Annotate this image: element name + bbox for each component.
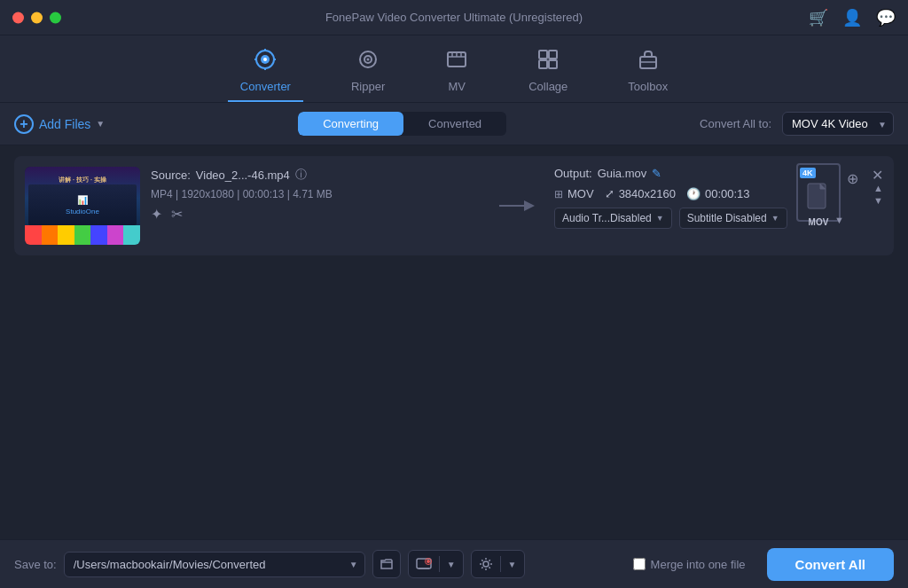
toolbox-icon bbox=[637, 48, 660, 76]
plus-icon: + bbox=[14, 114, 34, 134]
cart-icon[interactable]: 🛒 bbox=[809, 8, 828, 27]
file-meta: MP4 | 1920x1080 | 00:00:13 | 4.71 MB bbox=[151, 188, 480, 200]
bottom-bar: Save to: /Users/macbookair/Movies/Conver… bbox=[0, 539, 908, 588]
nav-down-icon[interactable]: ▼ bbox=[873, 195, 883, 206]
edit-output-icon[interactable]: ✎ bbox=[652, 167, 661, 180]
nav-label-mv: MV bbox=[448, 80, 466, 93]
maximize-button[interactable] bbox=[50, 12, 61, 23]
audio-track-dropdown[interactable]: Audio Tr...Disabled bbox=[554, 208, 672, 229]
nav-label-toolbox: Toolbox bbox=[628, 80, 668, 93]
convert-arrow bbox=[490, 167, 544, 245]
svg-point-2 bbox=[263, 58, 267, 61]
subtitle-dropdown[interactable]: Subtitle Disabled bbox=[679, 208, 787, 229]
nav-item-mv[interactable]: MV bbox=[433, 43, 481, 102]
mv-icon bbox=[445, 48, 468, 76]
output-filename: Guia.mov bbox=[598, 167, 647, 180]
resolution-value: 3840x2160 bbox=[619, 187, 676, 200]
source-label: Source: bbox=[151, 169, 191, 182]
format-select[interactable]: MOV 4K Video bbox=[782, 112, 894, 136]
traffic-lights bbox=[12, 12, 61, 23]
tab-converted[interactable]: Converted bbox=[403, 112, 506, 136]
ripper-icon bbox=[356, 48, 380, 76]
path-select[interactable]: /Users/macbookair/Movies/Converted bbox=[64, 552, 365, 577]
svg-rect-10 bbox=[549, 60, 557, 68]
svg-rect-7 bbox=[539, 51, 547, 59]
nav-label-ripper: Ripper bbox=[351, 80, 385, 93]
svg-point-16 bbox=[427, 560, 430, 563]
output-label: Output: bbox=[554, 167, 592, 180]
subtitle-label: Subtitle Disabled bbox=[687, 212, 767, 224]
trim-icon[interactable]: ✂ bbox=[171, 206, 183, 223]
screen-record-button-group: ▼ bbox=[408, 550, 464, 578]
output-nav: ▲ ▼ bbox=[873, 183, 883, 206]
add-output-icon[interactable]: ⊕ bbox=[847, 170, 858, 189]
nav-label-collage: Collage bbox=[528, 80, 568, 93]
tab-group: Converting Converted bbox=[298, 112, 506, 136]
output-format-label: MOV bbox=[568, 187, 594, 200]
audio-track-label: Audio Tr...Disabled bbox=[562, 212, 652, 224]
mov-file-icon bbox=[806, 182, 831, 216]
header-icons: 🛒 👤 💬 bbox=[809, 8, 896, 27]
minimize-button[interactable] bbox=[31, 12, 43, 23]
app-title: FonePaw Video Converter Ultimate (Unregi… bbox=[325, 11, 583, 24]
title-bar: FonePaw Video Converter Ultimate (Unregi… bbox=[0, 0, 908, 35]
thumbnail-text: 讲解 · 技巧 · 实操 bbox=[25, 176, 140, 184]
merge-checkbox[interactable] bbox=[633, 558, 646, 570]
nav-bar: Converter Ripper MV bbox=[0, 35, 908, 103]
user-icon[interactable]: 👤 bbox=[842, 8, 862, 27]
file-thumbnail: 讲解 · 技巧 · 实操 📊 StudioOne bbox=[25, 167, 140, 245]
enhance-icon[interactable]: ✦ bbox=[151, 206, 162, 223]
format-thumb-label: MOV bbox=[809, 217, 829, 227]
file-info: Source: Video_2...-46.mp4 ⓘ MP4 | 1920x1… bbox=[151, 167, 480, 245]
save-to-label: Save to: bbox=[14, 558, 57, 571]
collage-icon bbox=[536, 48, 560, 76]
format-thumbnail[interactable]: 4K MOV bbox=[796, 163, 841, 222]
add-files-button[interactable]: + Add Files ▼ bbox=[14, 114, 105, 134]
screen-record-dropdown-icon[interactable]: ▼ bbox=[440, 551, 463, 577]
merge-label: Merge into one file bbox=[651, 558, 746, 571]
converter-icon bbox=[254, 48, 277, 76]
open-folder-button[interactable] bbox=[372, 550, 401, 578]
svg-marker-13 bbox=[524, 200, 535, 211]
output-duration: 🕐 00:00:13 bbox=[686, 187, 750, 200]
close-file-button[interactable]: ✕ bbox=[872, 167, 883, 184]
settings-icon[interactable] bbox=[472, 551, 500, 577]
nav-label-converter: Converter bbox=[240, 80, 291, 93]
info-icon[interactable]: ⓘ bbox=[295, 167, 307, 183]
screen-record-icon[interactable] bbox=[409, 551, 439, 577]
format-select-wrapper: MOV 4K Video bbox=[782, 112, 894, 136]
settings-button-group: ▼ bbox=[471, 550, 525, 578]
resize-icon: ⤢ bbox=[605, 187, 614, 200]
convert-all-button[interactable]: Convert All bbox=[767, 548, 894, 581]
chat-icon[interactable]: 💬 bbox=[876, 8, 896, 27]
svg-rect-9 bbox=[539, 60, 547, 68]
add-files-dropdown-icon[interactable]: ▼ bbox=[96, 119, 105, 129]
file-source: Source: Video_2...-46.mp4 ⓘ bbox=[151, 167, 480, 183]
settings-dropdown-icon[interactable]: ▼ bbox=[501, 551, 524, 577]
nav-item-converter[interactable]: Converter bbox=[228, 43, 303, 102]
file-actions: ✦ ✂ bbox=[151, 206, 480, 223]
thumbnail-inner: 讲解 · 技巧 · 实操 📊 StudioOne bbox=[25, 167, 140, 245]
main-content: 讲解 · 技巧 · 实操 📊 StudioOne bbox=[0, 145, 908, 564]
svg-point-18 bbox=[483, 561, 489, 567]
tab-converting[interactable]: Converting bbox=[298, 112, 403, 136]
convert-all-to-label: Convert All to: bbox=[700, 117, 771, 130]
output-resolution: ⤢ 3840x2160 bbox=[605, 187, 676, 200]
nav-item-collage[interactable]: Collage bbox=[516, 43, 580, 102]
svg-point-5 bbox=[367, 59, 370, 61]
clock-icon: 🕐 bbox=[686, 187, 701, 200]
nav-up-icon[interactable]: ▲ bbox=[873, 183, 883, 193]
close-button[interactable] bbox=[12, 12, 24, 23]
svg-rect-8 bbox=[549, 51, 557, 59]
nav-item-toolbox[interactable]: Toolbox bbox=[615, 43, 680, 102]
format-thumb-arrow-down[interactable]: ▼ bbox=[834, 215, 844, 225]
source-filename: Video_2...-46.mp4 bbox=[196, 169, 290, 182]
toolbar: + Add Files ▼ Converting Converted Conve… bbox=[0, 103, 908, 145]
thumbnail-stripes bbox=[25, 225, 140, 245]
nav-item-ripper[interactable]: Ripper bbox=[339, 43, 397, 102]
file-item: 讲解 · 技巧 · 实操 📊 StudioOne bbox=[14, 156, 894, 255]
path-select-wrapper: /Users/macbookair/Movies/Converted bbox=[64, 552, 365, 577]
output-format-badge: ⊞ MOV bbox=[554, 187, 594, 200]
add-files-label: Add Files bbox=[39, 117, 90, 131]
duration-value: 00:00:13 bbox=[705, 187, 750, 200]
